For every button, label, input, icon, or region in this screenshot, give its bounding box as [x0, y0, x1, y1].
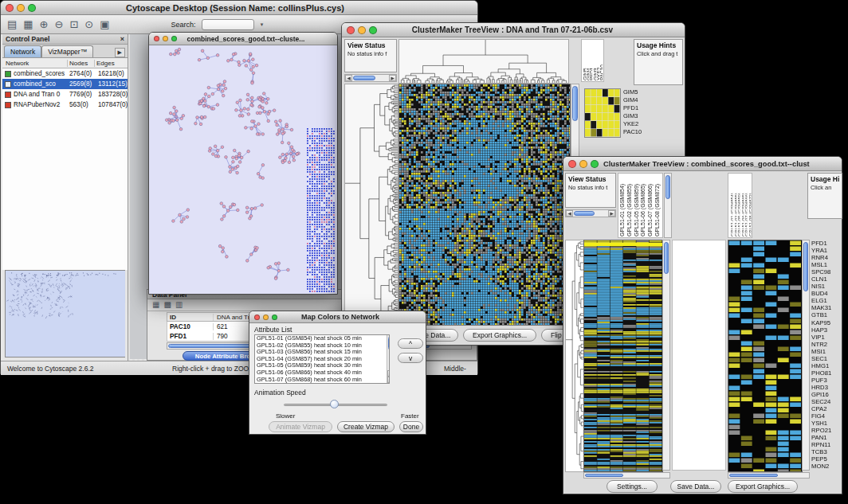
zoom-vscrollbar[interactable] — [802, 240, 810, 471]
global-heatmap[interactable] — [583, 240, 663, 472]
search-dropdown-icon[interactable]: ▼ — [260, 22, 265, 27]
zoom-button[interactable] — [369, 26, 377, 34]
save-data-button[interactable]: Save Data... — [670, 480, 721, 493]
tab-network[interactable]: Network — [4, 45, 41, 57]
gene-label[interactable]: MAK31 — [811, 304, 843, 311]
save-session-icon[interactable]: ▦ — [23, 19, 33, 29]
treeview2-title-bar[interactable]: ClusterMaker TreeView : combined_scores_… — [563, 157, 842, 171]
animate-vizmap-button[interactable]: Animate Vizmap — [269, 421, 332, 432]
network-row[interactable]: combined_sco2569(8)13112(15) — [2, 79, 128, 89]
scrollbar-thumb[interactable] — [574, 211, 595, 216]
list-vscrollbar[interactable]: ▲ ▼ — [387, 335, 390, 383]
gene-label[interactable]: FIG4 — [811, 412, 843, 420]
export-graphics-button[interactable]: Export Graphics... — [463, 329, 536, 342]
network-overview[interactable] — [6, 271, 125, 357]
settings-button[interactable]: Settings... — [607, 480, 658, 493]
zoom-button[interactable] — [28, 4, 36, 12]
gene-label[interactable]: MON2 — [811, 463, 843, 470]
treeview1-title-bar[interactable]: ClusterMaker TreeView : DNA and Tran 07-… — [342, 23, 685, 37]
minimize-button[interactable] — [263, 315, 269, 320]
array-column-label[interactable]: GPL51-05 (GSM859) — [736, 174, 740, 236]
array-column-label[interactable]: GPL51-07 (GSM866) — [744, 174, 748, 236]
global-hscrollbar[interactable] — [583, 472, 670, 479]
column-gene-label[interactable]: PAC10 — [599, 41, 603, 80]
close-icon[interactable]: × — [120, 35, 124, 43]
scrollbar-thumb[interactable] — [572, 86, 578, 121]
global-vscrollbar[interactable] — [662, 240, 670, 471]
scroll-left-icon[interactable]: ◀ — [345, 75, 352, 81]
delete-attribute-icon[interactable]: ▥ — [175, 301, 183, 309]
scroll-left-icon[interactable]: ◀ — [566, 210, 573, 217]
scrollbar-thumb[interactable] — [665, 175, 670, 199]
gene-label[interactable]: PUF3 — [811, 377, 843, 384]
scrollbar-thumb[interactable] — [353, 76, 375, 80]
minimize-button[interactable] — [358, 26, 366, 34]
minimize-button[interactable] — [579, 160, 587, 168]
matrix-gene-label[interactable]: GIM3 — [623, 112, 657, 120]
zoom-in-icon[interactable]: ⊕ — [40, 19, 49, 29]
gene-label[interactable]: SEC1 — [811, 355, 843, 362]
labels-vscrollbar[interactable] — [664, 173, 672, 238]
minimize-button[interactable] — [17, 4, 25, 12]
scrollbar-thumb[interactable] — [729, 474, 778, 477]
gene-label[interactable]: CLN1 — [811, 275, 843, 283]
network-row[interactable]: combined_scores2764(0)16218(0) — [2, 68, 128, 79]
matrix-gene-label[interactable]: PFD1 — [623, 104, 657, 112]
expression-heatmap[interactable] — [398, 84, 571, 326]
gene-label[interactable]: PFD1 — [811, 240, 843, 247]
close-button[interactable] — [347, 26, 355, 34]
gene-label[interactable]: VIP1 — [811, 334, 843, 341]
matrix-gene-label[interactable]: YKE2 — [623, 120, 657, 128]
zoom-hscrollbar[interactable] — [728, 472, 810, 479]
gene-label[interactable]: HMG1 — [811, 362, 843, 369]
gene-label[interactable]: MSI1 — [811, 348, 843, 355]
scrollbar-thumb[interactable] — [388, 336, 390, 350]
attribute-item[interactable]: GPL51-07 (GSM868) heat shock 60 min — [255, 377, 389, 384]
zoom-button[interactable] — [272, 315, 277, 320]
close-button[interactable] — [568, 160, 576, 168]
gene-label[interactable]: RNR4 — [811, 254, 843, 261]
scroll-right-icon[interactable]: ▶ — [608, 210, 615, 217]
zoom-out-icon[interactable]: ⊖ — [55, 19, 64, 29]
gene-label[interactable]: HAP3 — [811, 326, 843, 334]
column-dendrogram[interactable] — [398, 39, 569, 84]
gene-label[interactable]: MSL1 — [811, 261, 843, 268]
close-button[interactable] — [254, 315, 260, 320]
array-column-label[interactable]: GPL51-08 (GSM872) — [748, 174, 752, 236]
matrix-gene-label[interactable]: GIM4 — [623, 96, 657, 104]
gene-label[interactable]: TCB3 — [811, 448, 843, 455]
array-column-label[interactable]: GPL51-06 (GSM865) — [640, 174, 647, 236]
gene-label[interactable]: GPI16 — [811, 391, 843, 398]
gene-label[interactable]: YRA1 — [811, 247, 843, 254]
gene-label[interactable]: ELG1 — [811, 297, 843, 304]
scrollbar-thumb[interactable] — [664, 242, 669, 274]
row-dendrogram[interactable] — [344, 84, 398, 326]
dialog-title-bar[interactable]: Map Colors to Network — [249, 311, 426, 323]
zoom-button[interactable] — [171, 36, 177, 41]
network-row[interactable]: DNA and Tran 07769(0)183728(0) — [2, 89, 128, 100]
close-button[interactable] — [154, 36, 159, 41]
network-window-title-bar[interactable]: combined_scores_good.txt--cluste... — [149, 33, 337, 45]
zoom-button[interactable] — [591, 160, 599, 168]
minimize-button[interactable] — [163, 36, 168, 41]
search-input[interactable] — [202, 19, 254, 30]
network-row[interactable]: RNAPuberNov2563(0)107847(0) — [2, 100, 128, 110]
export-graphics-button[interactable]: Export Graphics... — [728, 480, 798, 493]
scrollbar-thumb[interactable] — [803, 242, 808, 291]
slider-thumb[interactable] — [330, 400, 339, 408]
gene-label[interactable]: PHO81 — [811, 369, 843, 377]
gene-label[interactable]: NIS1 — [811, 283, 843, 290]
scroll-down-icon[interactable]: ▼ — [387, 377, 390, 383]
gene-label[interactable]: PEP5 — [811, 455, 843, 463]
gene-label[interactable]: SPC98 — [811, 268, 843, 275]
status-hscrollbar[interactable]: ◀ ▶ — [344, 74, 397, 82]
select-attributes-icon[interactable]: ▦ — [152, 301, 159, 309]
zoom-fit-icon[interactable]: ⊡ — [69, 19, 78, 29]
scroll-right-icon[interactable]: ▶ — [389, 75, 396, 81]
row-dendrogram[interactable] — [565, 240, 584, 472]
array-column-label[interactable]: GPL51-02 (GSM855) — [626, 174, 634, 236]
matrix-gene-label[interactable]: GIM5 — [623, 88, 657, 96]
gene-label[interactable]: HRD3 — [811, 384, 843, 391]
annotation-icon[interactable]: ▣ — [100, 19, 109, 29]
attribute-list[interactable]: GPL51-01 (GSM854) heat shock 05 minGPL51… — [254, 334, 390, 384]
